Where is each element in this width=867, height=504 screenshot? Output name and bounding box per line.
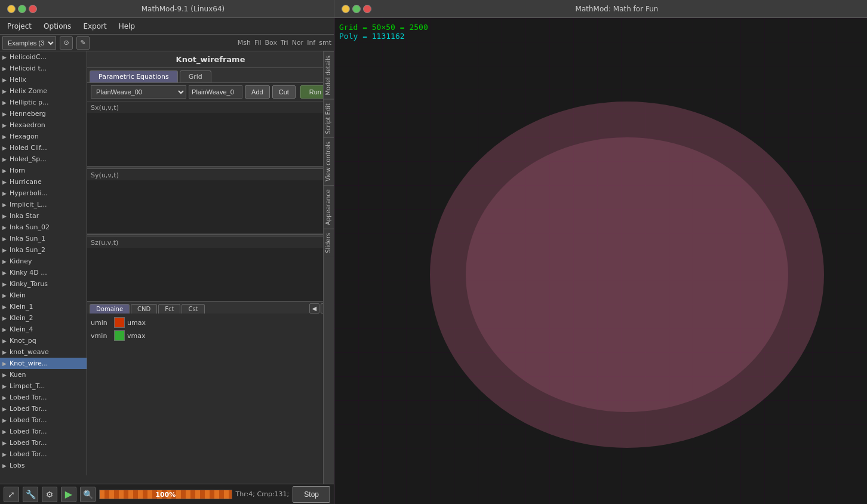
list-item[interactable]: ▶Lobed Tor... — [0, 392, 87, 403]
list-item-label: Knot_pq — [10, 337, 36, 345]
right-title-bar: MathMod: Math for Fun — [334, 0, 867, 18]
equation-dropdown[interactable]: PlainWeave_00 — [91, 85, 186, 99]
menu-project[interactable]: Project — [2, 21, 36, 32]
list-item[interactable]: ▶Lobs — [0, 460, 87, 471]
list-item[interactable]: ▶Helicoid t... — [0, 63, 87, 74]
tab-parametric-equations[interactable]: Parametric Equations — [90, 70, 178, 82]
list-item[interactable]: ▶Klein — [0, 290, 87, 301]
status-icon-tool[interactable]: 🔧 — [23, 487, 38, 502]
minimize-btn[interactable] — [7, 5, 16, 13]
vtab-model-details[interactable]: Model details — [324, 51, 334, 99]
list-item[interactable]: ▶Helliptic p... — [0, 97, 87, 108]
eq-toolbar: PlainWeave_00 Add Cut Run — [87, 83, 334, 102]
right-close-btn[interactable] — [363, 5, 371, 13]
list-panel[interactable]: ▶HelicoidC...▶Helicoid t...▶Helix▶Helix … — [0, 51, 87, 475]
examples-dropdown[interactable]: Examples (358 — [2, 36, 56, 50]
menu-options[interactable]: Options — [39, 21, 76, 32]
menu-help[interactable]: Help — [114, 21, 140, 32]
btab-fct[interactable]: Fct — [158, 304, 180, 314]
vtab-sliders[interactable]: Sliders — [324, 229, 334, 257]
umax-label: umax — [127, 319, 148, 327]
list-item[interactable]: ▶Lobed Tor... — [0, 448, 87, 460]
sx-field[interactable] — [87, 113, 334, 167]
menu-export[interactable]: Export — [78, 21, 111, 32]
vtab-appearance[interactable]: Appearance — [324, 185, 334, 229]
list-item-label: knot_weave — [10, 348, 49, 356]
list-item[interactable]: ▶Holed_Sp... — [0, 153, 87, 165]
list-item[interactable]: ▶Helix — [0, 74, 87, 85]
list-item[interactable]: ▶Lobed Tor... — [0, 414, 87, 426]
list-item[interactable]: ▶Klein_1 — [0, 301, 87, 312]
list-arrow: ▶ — [2, 429, 8, 435]
list-item-label: HelicoidC... — [10, 53, 47, 61]
list-item[interactable]: ▶Kuen — [0, 369, 87, 380]
list-item[interactable]: ▶Kinky_Torus — [0, 278, 87, 290]
tab-grid[interactable]: Grid — [180, 70, 211, 82]
3d-canvas[interactable] — [334, 18, 867, 504]
list-item-label: Klein_4 — [10, 325, 33, 333]
list-arrow: ▶ — [2, 54, 8, 60]
btab-cnd[interactable]: CND — [131, 304, 157, 314]
status-icon-move[interactable]: ⤢ — [4, 487, 19, 502]
list-item[interactable]: ▶Inka Sun_02 — [0, 222, 87, 233]
status-icon-play[interactable]: ▶ — [61, 487, 76, 502]
menu-bar: Project Options Export Help — [0, 18, 334, 35]
add-button[interactable]: Add — [245, 85, 270, 99]
equation-name-input[interactable] — [189, 85, 242, 99]
list-item[interactable]: ▶Lobed Tor... — [0, 437, 87, 448]
close-btn[interactable] — [29, 5, 37, 13]
vertical-tabs: Model details Script Edit View controls … — [323, 51, 334, 484]
toolbar-icon-edit[interactable]: ✎ — [76, 36, 90, 50]
status-icon-search[interactable]: 🔍 — [80, 487, 96, 502]
vmin-color-box[interactable] — [114, 330, 125, 341]
list-item-label: Holed Clif... — [10, 144, 47, 152]
list-item[interactable]: ▶Klein_2 — [0, 312, 87, 324]
sz-field[interactable] — [87, 248, 334, 302]
list-item[interactable]: ▶Inka Sun_2 — [0, 244, 87, 256]
btab-nav-prev[interactable]: ◀ — [309, 303, 320, 314]
list-item[interactable]: ▶knot_weave — [0, 346, 87, 358]
list-item[interactable]: ▶Helix Zome — [0, 85, 87, 97]
list-item[interactable]: ▶Hyperboli... — [0, 188, 87, 199]
maximize-btn[interactable] — [18, 5, 26, 13]
umin-color-box[interactable] — [114, 317, 125, 328]
list-item[interactable]: ▶Hexagon — [0, 131, 87, 142]
list-item[interactable]: ▶Hurricane — [0, 176, 87, 188]
toolbar-icon-refresh[interactable]: ⊙ — [60, 36, 73, 50]
bottom-tabs: Domaine CND Fct Cst ◀ ▶ — [87, 302, 334, 314]
list-item[interactable]: ▶Limpet_T... — [0, 380, 87, 392]
list-item[interactable]: ▶Horn — [0, 165, 87, 176]
sy-field[interactable] — [87, 180, 334, 234]
vtab-view-controls[interactable]: View controls — [324, 137, 334, 185]
list-arrow: ▶ — [2, 88, 8, 94]
btab-cst[interactable]: Cst — [182, 304, 204, 314]
list-item[interactable]: ▶Holed Clif... — [0, 142, 87, 153]
cut-button[interactable]: Cut — [272, 85, 296, 99]
status-icon-settings[interactable]: ⚙ — [42, 487, 57, 502]
list-item[interactable]: ▶Inka Sun_1 — [0, 233, 87, 244]
list-item[interactable]: ▶Klein_4 — [0, 324, 87, 335]
list-item[interactable]: ▶Henneberg — [0, 108, 87, 119]
list-item[interactable]: ▶Hexaedron — [0, 119, 87, 131]
list-item[interactable]: ▶Kidney — [0, 256, 87, 267]
viewport[interactable]: Grid = 50×50 = 2500 Poly = 1131162 — [334, 18, 867, 504]
list-item[interactable]: ▶Knot_wire... — [0, 358, 87, 369]
btab-domaine[interactable]: Domaine — [90, 304, 130, 314]
editor-title: Knot_wireframe — [87, 51, 334, 68]
list-item[interactable]: ▶Implicit_L... — [0, 199, 87, 210]
list-item[interactable]: ▶Knot_pq — [0, 335, 87, 346]
list-item[interactable]: ▶Inka Star — [0, 210, 87, 222]
list-item-label: Lobed Tor... — [10, 450, 47, 458]
list-item-label: Lobed Tor... — [10, 416, 47, 424]
right-minimize-btn[interactable] — [342, 5, 350, 13]
list-item[interactable]: ▶Kinky 4D ... — [0, 267, 87, 278]
list-item[interactable]: ▶Lobed Tor... — [0, 426, 87, 437]
list-item[interactable]: ▶HelicoidC... — [0, 51, 87, 63]
vtab-script-edit[interactable]: Script Edit — [324, 99, 334, 138]
list-item-label: Holed_Sp... — [10, 155, 47, 163]
stop-button[interactable]: Stop — [293, 486, 330, 503]
list-item-label: Limpet_T... — [10, 382, 45, 390]
list-arrow: ▶ — [2, 134, 8, 140]
right-maximize-btn[interactable] — [352, 5, 361, 13]
list-item[interactable]: ▶Lobed Tor... — [0, 403, 87, 414]
